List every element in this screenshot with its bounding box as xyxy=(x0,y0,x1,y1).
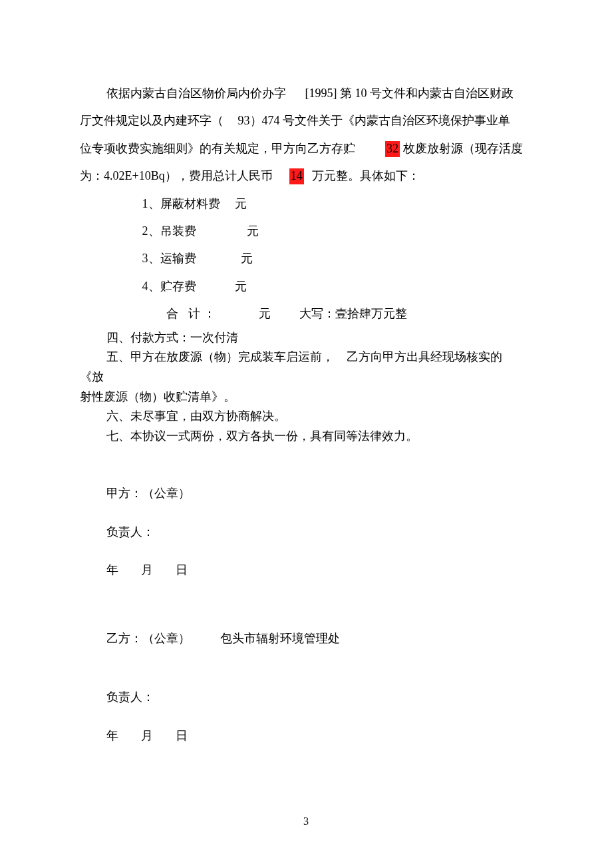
highlight-source-count: 32 xyxy=(385,141,400,157)
intro-text-4b: 万元整。具体如下： xyxy=(312,169,420,182)
intro-text-4a: 为：4.02E+10Bq），费用总计人民币 xyxy=(80,169,273,182)
signature-block-a: 甲方：（公章） 负责人： 年 月 日 xyxy=(80,480,532,584)
fee-unit-1: 元 xyxy=(235,190,247,218)
intro-text-1: 依据内蒙古自治区物价局内价办字 xyxy=(106,87,286,100)
clause-5c: 《放 xyxy=(80,370,104,383)
clauses-block: 四、付款方式：一次付清 五、甲方在放废源（物）完成装车启运前， 乙方向甲方出具经… xyxy=(80,328,532,447)
fee-list: 1、屏蔽材料费 元 2、吊装费 元 3、运输费 元 4、贮存费 元 合 计： 元… xyxy=(80,190,532,328)
fee-label-3: 3、运输费 xyxy=(142,245,238,272)
party-b: 乙方：（公章） 包头市辐射环境管理处 xyxy=(80,625,532,652)
party-a-date: 年 月 日 xyxy=(80,556,532,584)
daxie-label: 大写： xyxy=(299,307,335,320)
fee-label-2: 2、吊装费 xyxy=(142,218,244,245)
intro-text-3a: 位专项收费实施细则》的有关规定，甲方向乙方存贮 xyxy=(80,142,355,155)
clause-6: 六、未尽事宜，由双方协商解决。 xyxy=(80,407,532,427)
intro-docnum-1: [1995] 第 10 号文件和内蒙古自治区财政 xyxy=(305,87,514,100)
document-page: 依据内蒙古自治区物价局内价办字 [1995] 第 10 号文件和内蒙古自治区财政… xyxy=(0,0,612,750)
fee-label-4: 4、贮存费 xyxy=(142,273,232,300)
clause-4: 四、付款方式：一次付清 xyxy=(80,328,532,348)
date-year-a: 年 xyxy=(106,556,118,584)
intro-paragraph: 依据内蒙古自治区物价局内价办字 [1995] 第 10 号文件和内蒙古自治区财政… xyxy=(80,80,532,190)
signature-block-b: 乙方：（公章） 包头市辐射环境管理处 负责人： 年 月 日 xyxy=(80,625,532,750)
fee-unit-4: 元 xyxy=(235,273,247,300)
fee-unit-3: 元 xyxy=(241,245,253,272)
total-unit: 元 xyxy=(259,307,271,320)
date-day-b: 日 xyxy=(176,722,188,750)
party-a: 甲方：（公章） xyxy=(80,480,532,507)
clause-5d: 射性废源（物）收贮清单》。 xyxy=(80,387,532,407)
party-b-name: 包头市辐射环境管理处 xyxy=(220,632,340,645)
fee-row-total: 合 计： 元 大写：壹拾肆万元整 xyxy=(142,300,532,327)
fee-row-1: 1、屏蔽材料费 元 xyxy=(142,190,532,218)
date-year-b: 年 xyxy=(106,722,118,750)
fee-row-2: 2、吊装费 元 xyxy=(142,218,532,245)
highlight-amount: 14 xyxy=(289,168,304,184)
party-a-responsible: 负责人： xyxy=(80,519,532,546)
intro-text-2a: 厅文件规定以及内建环字（ xyxy=(80,114,224,127)
clause-7: 七、本协议一式两份，双方各执一份，具有同等法律效力。 xyxy=(80,427,532,447)
fee-row-4: 4、贮存费 元 xyxy=(142,273,532,300)
party-b-date: 年 月 日 xyxy=(80,722,532,750)
date-month-b: 月 xyxy=(141,722,153,750)
party-b-responsible: 负责人： xyxy=(80,684,532,711)
date-month-a: 月 xyxy=(141,556,153,584)
date-day-a: 日 xyxy=(176,556,188,584)
clause-5b: 乙方向甲方出具经现场核实的 xyxy=(347,350,502,363)
clause-5a: 五、甲方在放废源（物）完成装车启运前， xyxy=(106,350,334,363)
total-label: 合 计： xyxy=(166,300,256,327)
daxie-value: 壹拾肆万元整 xyxy=(335,307,407,320)
fee-label-1: 1、屏蔽材料费 xyxy=(142,190,232,218)
intro-text-2b: 93）474 号文件关于《内蒙古自治区环境保护事业单 xyxy=(238,114,511,127)
fee-unit-2: 元 xyxy=(247,218,259,245)
page-number: 3 xyxy=(0,815,612,827)
party-b-label: 乙方：（公章） xyxy=(106,632,190,645)
clause-5: 五、甲方在放废源（物）完成装车启运前， 乙方向甲方出具经现场核实的 《放 射性废… xyxy=(80,347,532,407)
intro-text-3b: 枚废放射源（现存活度 xyxy=(403,142,523,155)
fee-row-3: 3、运输费 元 xyxy=(142,245,532,272)
